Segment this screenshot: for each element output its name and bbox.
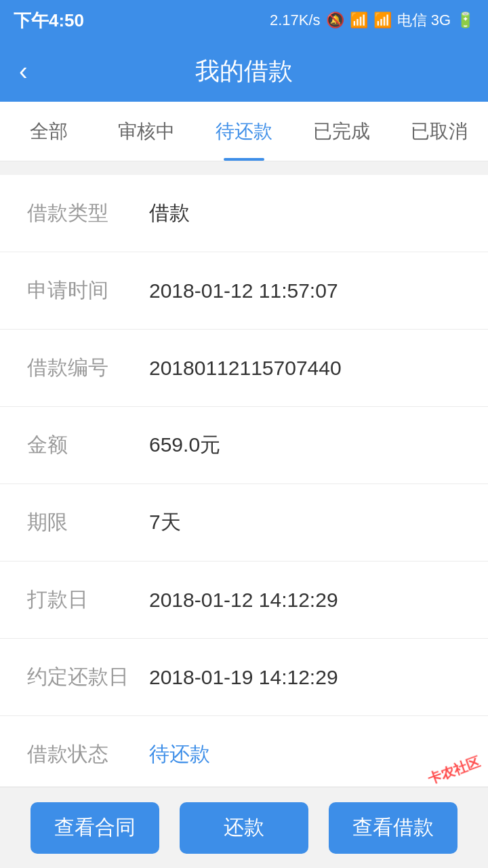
view-loan-button[interactable]: 查看借款 xyxy=(329,802,458,854)
payment-date-value: 2018-01-12 14:12:29 xyxy=(149,589,461,612)
view-contract-button[interactable]: 查看合同 xyxy=(30,802,159,854)
repay-date-value: 2018-01-19 14:12:29 xyxy=(149,666,461,689)
loan-status-label: 借款状态 xyxy=(27,741,149,768)
tab-reviewing[interactable]: 审核中 xyxy=(98,102,195,161)
apply-time-label: 申请时间 xyxy=(27,277,149,304)
status-bar: 下午4:50 2.17K/s 🔕 📶 📶 电信 3G 🔋 xyxy=(0,0,488,41)
loan-number-label: 借款编号 xyxy=(27,354,149,382)
mute-icon: 🔕 xyxy=(326,12,344,29)
loan-number-value: 20180112115707440 xyxy=(149,357,461,380)
period-label: 期限 xyxy=(27,509,149,536)
header: ‹ 我的借款 xyxy=(0,41,488,102)
period-row: 期限 7天 xyxy=(0,484,488,561)
tab-completed[interactable]: 已完成 xyxy=(293,102,390,161)
loan-detail-content: 借款类型 借款 申请时间 2018-01-12 11:57:07 借款编号 20… xyxy=(0,175,488,793)
carrier: 电信 3G xyxy=(397,10,451,31)
tab-bar: 全部 审核中 待还款 已完成 已取消 xyxy=(0,102,488,161)
loan-type-label: 借款类型 xyxy=(27,199,149,227)
tab-cancelled[interactable]: 已取消 xyxy=(390,102,488,161)
payment-date-label: 打款日 xyxy=(27,586,149,614)
loan-number-row: 借款编号 20180112115707440 xyxy=(0,330,488,407)
battery-icon: 🔋 xyxy=(456,12,474,29)
repay-date-row: 约定还款日 2018-01-19 14:12:29 xyxy=(0,639,488,716)
amount-label: 金额 xyxy=(27,431,149,459)
repay-date-label: 约定还款日 xyxy=(27,663,149,691)
page-title: 我的借款 xyxy=(195,55,293,88)
wifi-icon: 📶 xyxy=(350,12,368,29)
payment-date-row: 打款日 2018-01-12 14:12:29 xyxy=(0,561,488,639)
amount-row: 金额 659.0元 xyxy=(0,407,488,484)
back-button[interactable]: ‹ xyxy=(19,57,28,86)
loan-status-value: 待还款 xyxy=(149,741,461,768)
bottom-action-bar: 查看合同 还款 查看借款 xyxy=(0,787,488,868)
apply-time-value: 2018-01-12 11:57:07 xyxy=(149,279,461,302)
amount-value: 659.0元 xyxy=(149,431,461,459)
tab-pending[interactable]: 待还款 xyxy=(195,102,293,161)
period-value: 7天 xyxy=(149,509,461,536)
loan-type-value: 借款 xyxy=(149,199,461,227)
status-right: 2.17K/s 🔕 📶 📶 电信 3G 🔋 xyxy=(270,10,474,31)
loan-type-row: 借款类型 借款 xyxy=(0,175,488,252)
tab-all[interactable]: 全部 xyxy=(0,102,98,161)
status-time: 下午4:50 xyxy=(14,9,84,33)
repay-button[interactable]: 还款 xyxy=(180,802,308,854)
loan-status-row: 借款状态 待还款 xyxy=(0,716,488,793)
network-speed: 2.17K/s xyxy=(270,12,321,29)
signal-icon: 📶 xyxy=(373,12,392,29)
apply-time-row: 申请时间 2018-01-12 11:57:07 xyxy=(0,252,488,330)
